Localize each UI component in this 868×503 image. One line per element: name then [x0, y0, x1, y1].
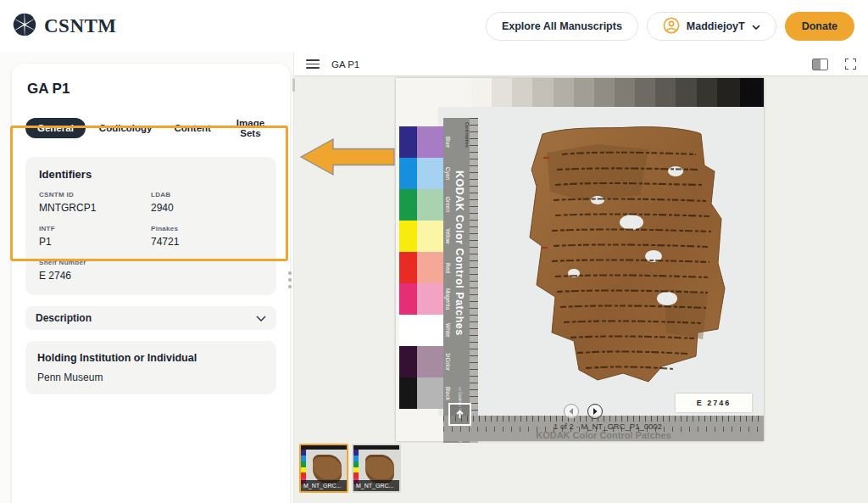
- holding-institution-value: Penn Museum: [37, 372, 264, 383]
- tab-codicology[interactable]: Codicology: [91, 118, 161, 138]
- chevron-down-icon: [256, 312, 266, 324]
- two-page-view-icon[interactable]: [812, 59, 828, 70]
- header-actions: Explore All Manuscripts MaddiejoyT: [486, 12, 854, 41]
- menu-icon[interactable]: [306, 59, 320, 69]
- next-page-button[interactable]: [587, 404, 603, 419]
- patch-label: 3/Color: [443, 346, 453, 377]
- aperture-logo-icon: [12, 12, 37, 41]
- explore-manuscripts-button[interactable]: Explore All Manuscripts: [486, 12, 638, 41]
- brand-name: CSNTM: [44, 15, 117, 37]
- arrow-annotation: [299, 137, 397, 177]
- panel-resize-handle[interactable]: [288, 271, 292, 288]
- papyrus-fragment: [496, 119, 750, 399]
- identifier-field: LDAB 2940: [151, 191, 263, 214]
- viewer-toolbar: GA P1: [294, 53, 868, 76]
- user-name: MaddiejoyT: [687, 20, 745, 32]
- manuscript-details-panel: GA P1 General Codicology Content Image S…: [0, 53, 293, 503]
- identifier-label: CSNTM ID: [39, 191, 151, 198]
- patch-label: Cyan: [443, 158, 453, 189]
- previous-page-button[interactable]: [564, 404, 579, 419]
- tab-image-sets[interactable]: Image Sets: [225, 113, 276, 143]
- identifier-field: INTF P1: [39, 225, 151, 248]
- identifier-label: INTF: [39, 225, 151, 232]
- app-root: CSNTM Explore All Manuscripts MaddiejoyT: [0, 0, 868, 503]
- identifier-field: Pinakes 74721: [151, 225, 263, 248]
- content-area: GA P1 General Codicology Content Image S…: [0, 53, 868, 503]
- manuscript-details-card: GA P1 General Codicology Content Image S…: [12, 64, 290, 503]
- panel-scrollbar-thumb[interactable]: [292, 78, 295, 92]
- identifiers-grid: CSNTM ID MNTGRCP1 LDAB 2940 INTF P1 Pi: [39, 191, 263, 282]
- viewer-stage[interactable]: Centimetres Inches Blue Cyan Green Yello…: [294, 76, 868, 503]
- thumbnail-label: M_NT_GRC...: [353, 480, 399, 491]
- kodak-ruler-strip: Centimetres Inches Blue Cyan Green Yello…: [443, 118, 478, 443]
- kodak-title: KODAK Color Control Patches: [453, 170, 465, 384]
- thumbnail-filmstrip: M_NT_GRC... M_NT_GRC...: [299, 444, 401, 493]
- identifier-field: Shelf Number E 2746: [39, 259, 151, 282]
- site-header: CSNTM Explore All Manuscripts MaddiejoyT: [0, 0, 868, 53]
- kodak-color-patches-tints: [417, 126, 443, 409]
- thumbnail-1[interactable]: M_NT_GRC...: [299, 444, 348, 493]
- kodak-color-patches-saturated: [399, 126, 417, 409]
- ruler-ticks: [470, 118, 478, 443]
- shelf-number-tag: E 2746: [676, 394, 752, 412]
- chevron-down-icon: [752, 20, 760, 32]
- image-caption: 1 of 2 · M_NT_GRC_P1_0002: [515, 422, 701, 431]
- holding-institution-section: Holding Institution or Individual Penn M…: [25, 341, 276, 394]
- viewer-toolbar-actions: [812, 59, 856, 70]
- thumbnail-2[interactable]: M_NT_GRC...: [352, 444, 401, 493]
- tab-general[interactable]: General: [25, 118, 86, 138]
- identifier-label: Shelf Number: [39, 259, 151, 266]
- identifiers-section: Identifiers CSNTM ID MNTGRCP1 LDAB 2940 …: [25, 157, 276, 295]
- user-avatar-icon: [663, 17, 680, 36]
- description-accordion[interactable]: Description: [25, 306, 276, 330]
- donate-button[interactable]: Donate: [785, 12, 854, 41]
- identifier-value: P1: [39, 236, 151, 248]
- tab-content[interactable]: Content: [165, 118, 219, 138]
- user-menu-button[interactable]: MaddiejoyT: [647, 12, 776, 41]
- grayscale-step-wedge: [471, 78, 764, 107]
- manuscript-title: GA P1: [27, 81, 276, 98]
- donate-label: Donate: [802, 20, 837, 32]
- identifier-label: LDAB: [151, 191, 263, 198]
- identifier-value: 2940: [151, 202, 263, 214]
- explore-manuscripts-label: Explore All Manuscripts: [502, 20, 622, 32]
- identifier-label: Pinakes: [151, 225, 263, 232]
- holding-institution-heading: Holding Institution or Individual: [37, 352, 264, 364]
- patch-label: Blue: [443, 126, 453, 158]
- description-heading: Description: [36, 312, 92, 324]
- patch-label: Red: [443, 252, 453, 283]
- viewer-title: GA P1: [331, 59, 359, 70]
- home-icon[interactable]: [448, 403, 471, 426]
- fullscreen-icon[interactable]: [845, 59, 856, 70]
- identifiers-heading: Identifiers: [39, 168, 263, 181]
- patch-label: White: [443, 315, 453, 346]
- patch-label: Magenta: [443, 283, 453, 315]
- manuscript-photo[interactable]: Centimetres Inches Blue Cyan Green Yello…: [396, 78, 764, 441]
- csntm-logo[interactable]: CSNTM: [12, 12, 117, 41]
- thumbnail-label: M_NT_GRC...: [301, 480, 347, 491]
- image-viewer: GA P1: [293, 53, 868, 503]
- identifier-value: 74721: [151, 236, 263, 248]
- identifier-value: MNTGRCP1: [39, 202, 151, 214]
- patch-label: Yellow: [443, 221, 453, 252]
- patch-label: Green: [443, 189, 453, 221]
- identifier-field: CSNTM ID MNTGRCP1: [39, 191, 151, 214]
- details-tabs: General Codicology Content Image Sets: [25, 113, 276, 143]
- identifier-value: E 2746: [39, 270, 151, 282]
